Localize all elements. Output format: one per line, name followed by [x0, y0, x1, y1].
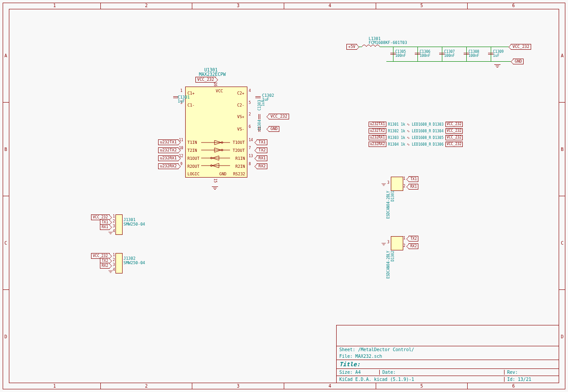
led-row-1: u232TX2R1302 1k ∿LED1608_RD1304 VCC_232 — [369, 128, 463, 134]
pinnum-1: 1 — [180, 89, 183, 93]
val-d1302: ESDCAN04-2BLY — [386, 251, 390, 279]
tb-size: Size: A4 — [339, 370, 379, 375]
j2p1: 1 — [113, 253, 115, 257]
gnd-esd1 — [381, 184, 386, 187]
v-c1307: 100nF — [444, 54, 455, 58]
nl-u232tx1: u232TX1 — [158, 139, 179, 145]
led-row-0: u232TX1R1301 1k ∿LED1608_RD1303 VCC_232 — [369, 122, 463, 127]
pinnum-7: 7 — [249, 146, 251, 150]
pin-t2out: T2OUT — [233, 148, 245, 153]
pin-gnd: GND — [219, 172, 226, 176]
ref-d1302: D1302 — [391, 251, 395, 261]
nl-u232tx2: u232TX2 — [158, 147, 179, 153]
r-c1307: C1307 — [444, 50, 455, 54]
esd2-p1: 1 — [403, 236, 405, 240]
ref-j1302: J1302 — [123, 256, 135, 261]
r-c1306: C1306 — [420, 50, 430, 54]
ruler-right: AB CD — [559, 9, 565, 383]
gnd-icon-ic — [212, 186, 218, 191]
j1p2: 2 — [113, 219, 115, 223]
tb-date: Date: — [379, 370, 504, 375]
val-j1301: SMW250-04 — [123, 222, 145, 226]
ic-value: MAX232ECPW — [199, 72, 226, 77]
tb-title: Title: — [339, 361, 360, 368]
schematic-canvas: 123 456 123 456 AB CD AB CD U1301 MAX232… — [0, 0, 568, 392]
pin-r1in: R1IN — [235, 156, 245, 161]
ruler-top: 123 456 — [9, 3, 559, 9]
pinnum-13: 13 — [249, 154, 253, 158]
nl-5v: +5V — [346, 44, 357, 50]
j1-n3: RX1 — [100, 224, 110, 230]
esd1-p1: 1 — [403, 177, 405, 181]
lbl-rs232: RS232 — [233, 172, 245, 176]
pin-vsp: VS+ — [237, 115, 244, 119]
nl-vcc232-pwr: VCC_232 — [511, 44, 531, 50]
pinnum-14: 14 — [249, 138, 253, 142]
pin-r1out: R1OUT — [187, 156, 199, 161]
val-j1302: SMW250-04 — [123, 261, 145, 265]
pin-t1in: T1IN — [187, 140, 197, 145]
r-c1309: C1309 — [493, 50, 504, 54]
nl-gnd-pwr: GND — [513, 59, 524, 64]
inductor-icon — [362, 44, 380, 49]
lbl-logic: LOGIC — [187, 172, 199, 176]
nl-rx2: RX2 — [257, 163, 267, 169]
connector-j1302 — [115, 253, 123, 273]
connector-j1301 — [115, 214, 123, 235]
v-c1306: 100nF — [420, 54, 430, 58]
v-c1308: 100nF — [469, 54, 479, 58]
esd1-rx1: RX1 — [409, 184, 418, 190]
esd2-p3: 3 — [387, 240, 389, 244]
buffer-icons — [199, 140, 234, 171]
j1p3: 3 — [113, 224, 115, 228]
val-c1303: 1uF — [261, 100, 265, 106]
esd1-p2: 2 — [403, 184, 405, 188]
pin-c2m: C2- — [237, 103, 244, 107]
pin-vsm: VS- — [237, 127, 244, 131]
pin-t1out: T1OUT — [233, 140, 245, 145]
pin-r2in: R2IN — [235, 164, 245, 169]
tb-sheet: Sheet: /MetalDector Control/ — [339, 347, 414, 352]
tb-rev: Rev: — [504, 370, 556, 375]
pinnum-4: 4 — [249, 89, 251, 93]
esd2-rx2: RX2 — [409, 243, 418, 249]
esd1-tx1: TX1 — [409, 176, 418, 182]
ref-j1301: J1301 — [123, 218, 135, 222]
v-c1305: 100nF — [395, 54, 406, 58]
esd2-p2: 2 — [403, 244, 405, 248]
pin-vcc: VCC — [216, 89, 223, 93]
val-d1301: ESDCAN04-2BLY — [386, 191, 390, 219]
val-c1301: 1uF — [178, 99, 185, 103]
j1p4: 4 — [113, 229, 115, 233]
pinnum-6: 6 — [249, 125, 251, 129]
gnd-j1 — [108, 232, 113, 235]
netlabel-vcc232-vsp: VCC_232 — [269, 114, 289, 119]
gnd-icon-pwr — [494, 64, 500, 69]
pin-r2out: R2OUT — [187, 164, 199, 169]
gnd-esd2 — [381, 243, 386, 246]
pinnum-2: 2 — [249, 112, 251, 116]
cap-c1302 — [255, 95, 261, 99]
led-row-3: u232RX2R1304 1k ∿LED1608_RD1306 VCC_232 — [369, 142, 463, 147]
esd2-tx2: TX2 — [409, 236, 418, 242]
tb-file: File: MAX232.sch — [339, 354, 382, 359]
pin-c1m: C1- — [187, 103, 195, 107]
ref-d1301: D1301 — [391, 191, 395, 202]
cap-c1303b — [257, 114, 262, 119]
ruler-left: AB CD — [3, 9, 9, 383]
wire-vcc232 — [380, 47, 508, 47]
pinnum-5: 5 — [249, 101, 251, 105]
r-c1308: C1308 — [469, 50, 479, 54]
gnd-j2 — [108, 271, 113, 274]
nl-rx1: RX1 — [257, 155, 267, 161]
j2-n3: RX2 — [100, 263, 110, 269]
netlabel-gnd-vsm: GND — [269, 126, 279, 132]
r-c1305: C1305 — [395, 50, 406, 54]
title-block: Sheet: /MetalDector Control/ File: MAX23… — [336, 325, 559, 383]
esd-d1301 — [391, 177, 403, 191]
esd-d1302 — [391, 236, 403, 250]
tb-id: Id: 13/21 — [504, 377, 556, 382]
tb-kicad: KiCad E.D.A. kicad (5.1.9)-1 — [339, 377, 504, 382]
nl-tx1: TX1 — [257, 139, 267, 145]
j1p1: 1 — [113, 214, 115, 218]
